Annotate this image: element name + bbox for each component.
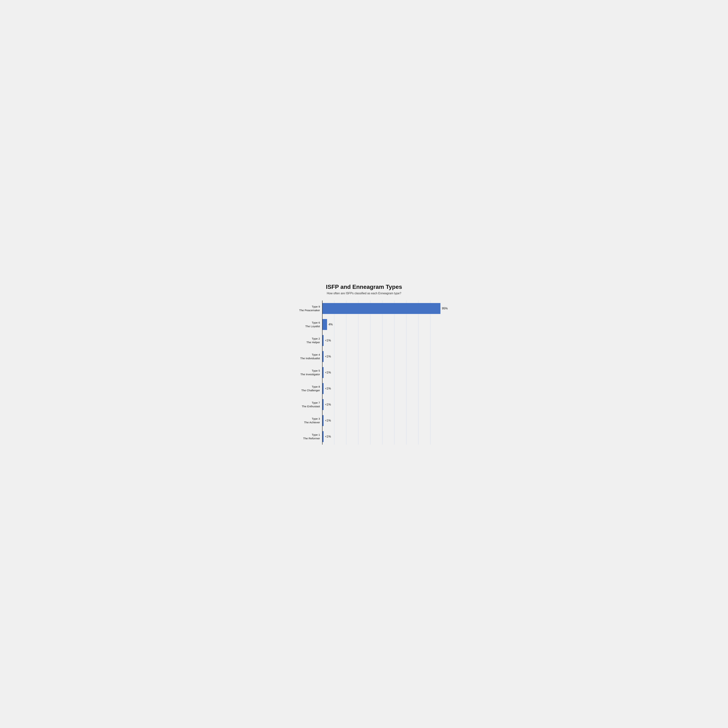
bar-value-label: 95%	[442, 307, 448, 310]
bar-value-label: <1%	[325, 403, 331, 406]
chart-subtitle: How often are ISFPs classified as each E…	[286, 292, 442, 295]
bar-row: Type 4The Individualist<1%	[286, 349, 442, 364]
bar-wrapper: <1%	[322, 335, 442, 346]
type-name: The Peacemaker	[286, 309, 320, 312]
bar-wrapper: <1%	[322, 431, 442, 442]
bar-wrapper: <1%	[322, 399, 442, 410]
type-number: Type 3	[286, 417, 320, 421]
bar-row: Type 1The Reformer<1%	[286, 428, 442, 445]
chart-container: ISFP and Enneagram Types How often are I…	[282, 276, 446, 452]
bar	[322, 319, 327, 330]
bars-container: Type 9The Peacemaker95%Type 6The Loyalis…	[286, 300, 442, 445]
type-number: Type 8	[286, 385, 320, 388]
chart-area: Type 9The Peacemaker95%Type 6The Loyalis…	[286, 300, 442, 445]
bar-value-label: <1%	[325, 339, 331, 342]
bar-wrapper: <1%	[322, 415, 442, 426]
bar-value-label: <1%	[325, 419, 331, 422]
bar-wrapper: 95%	[322, 303, 448, 314]
axis-line	[322, 300, 323, 445]
type-name: The Achiever	[286, 421, 320, 424]
chart-title: ISFP and Enneagram Types	[286, 284, 442, 290]
bar-label: Type 6The Loyalist	[286, 321, 322, 328]
bar-row: Type 7The Enthusiast<1%	[286, 396, 442, 413]
type-name: The Helper	[286, 341, 320, 344]
bar-row: Type 8The Challenger<1%	[286, 381, 442, 396]
bar	[322, 303, 440, 314]
bar-label: Type 8The Challenger	[286, 385, 322, 392]
bar-value-label: <1%	[325, 355, 331, 358]
bar-value-label: 4%	[329, 323, 333, 326]
type-number: Type 4	[286, 353, 320, 356]
bar-row: Type 6The Loyalist4%	[286, 317, 442, 332]
bar-value-label: <1%	[325, 371, 331, 374]
bar-label: Type 7The Enthusiast	[286, 401, 322, 408]
type-number: Type 7	[286, 401, 320, 405]
bar-label: Type 5The Investigator	[286, 369, 322, 376]
bar-row: Type 2The Helper<1%	[286, 332, 442, 349]
type-name: The Enthusiast	[286, 405, 320, 408]
bar-wrapper: <1%	[322, 367, 442, 378]
type-name: The Individualist	[286, 356, 320, 360]
bar-wrapper: <1%	[322, 383, 442, 394]
type-name: The Challenger	[286, 388, 320, 392]
bar-label: Type 2The Helper	[286, 337, 322, 344]
type-number: Type 6	[286, 321, 320, 324]
bar-wrapper: <1%	[322, 351, 442, 362]
bar-value-label: <1%	[325, 435, 331, 438]
type-number: Type 1	[286, 433, 320, 437]
type-number: Type 5	[286, 369, 320, 373]
bar-label: Type 9The Peacemaker	[286, 305, 322, 312]
type-name: The Investigator	[286, 373, 320, 376]
bar-row: Type 9The Peacemaker95%	[286, 300, 442, 317]
type-number: Type 2	[286, 337, 320, 341]
type-number: Type 9	[286, 305, 320, 309]
bar-row: Type 5The Investigator<1%	[286, 364, 442, 381]
type-name: The Loyalist	[286, 324, 320, 328]
bar-value-label: <1%	[325, 387, 331, 390]
bar-wrapper: 4%	[322, 319, 442, 330]
bar-label: Type 3The Achiever	[286, 417, 322, 424]
bar-label: Type 1The Reformer	[286, 433, 322, 440]
type-name: The Reformer	[286, 437, 320, 440]
bar-label: Type 4The Individualist	[286, 353, 322, 360]
bar-row: Type 3The Achiever<1%	[286, 413, 442, 428]
